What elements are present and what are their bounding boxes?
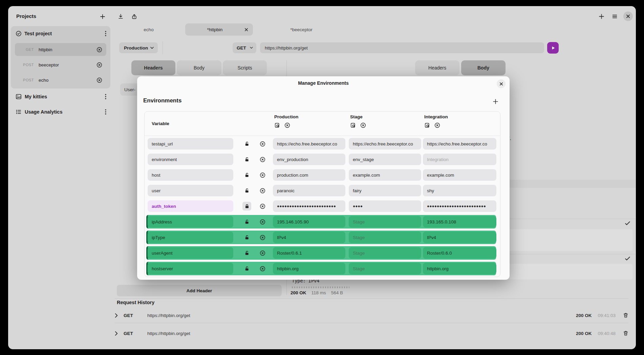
preview-environment-icon[interactable] — [350, 122, 356, 128]
lock-toggle-button[interactable] — [242, 233, 251, 242]
lock-toggle-button[interactable] — [242, 217, 251, 226]
stage-value-field[interactable]: example.com — [349, 169, 421, 181]
kebab-menu-icon[interactable] — [105, 94, 106, 99]
lock-toggle-button[interactable] — [242, 171, 251, 179]
lock-toggle-button[interactable] — [242, 249, 251, 257]
lock-toggle-button[interactable] — [242, 186, 251, 195]
chevron-right-icon[interactable] — [114, 331, 118, 336]
new-request-button[interactable] — [597, 12, 606, 21]
delete-environment-icon[interactable] — [434, 122, 440, 128]
window-close-button[interactable] — [623, 12, 633, 21]
stage-value-field[interactable]: fairy — [349, 185, 421, 196]
import-button[interactable] — [116, 12, 125, 21]
stage-value-field[interactable]: https://echo.free.beeceptor.co — [349, 138, 421, 150]
integration-value-field[interactable]: Roster/0.6.0 — [423, 247, 496, 259]
variable-name-field[interactable]: hostserver — [148, 263, 233, 274]
history-row[interactable]: GEThttps://httpbin.org/get200 OK09:40:48 — [114, 326, 628, 341]
stage-value-field[interactable]: Stage — [349, 247, 421, 259]
sidebar-item-echo[interactable]: POSTecho — [15, 74, 106, 86]
variable-name-field[interactable]: testapi_url — [148, 138, 233, 150]
production-value-field[interactable]: https://echo.free.beeceptor.co — [273, 138, 345, 150]
tab-headers[interactable]: Headers — [131, 60, 175, 75]
add-header-button[interactable]: Add Header — [117, 285, 282, 296]
delete-environment-icon[interactable] — [284, 122, 290, 128]
environment-selector[interactable]: Production — [119, 42, 158, 53]
history-row[interactable]: GEThttps://httpbin.org/get200 OK09:41:03 — [114, 308, 628, 323]
delete-variable-button[interactable] — [258, 233, 267, 242]
preview-environment-icon[interactable] — [274, 122, 280, 128]
delete-variable-button[interactable] — [258, 155, 267, 164]
sidebar-item-httpbin[interactable]: GEThttpbin — [15, 43, 106, 56]
sidebar-item-test-project[interactable]: Test project — [11, 26, 110, 41]
production-value-field[interactable]: IPv4 — [273, 232, 345, 243]
tab-beeceptor[interactable]: *beeceptor — [281, 23, 322, 36]
stage-value-field[interactable]: ●●●● — [349, 200, 421, 212]
production-value-field[interactable]: paranoic — [273, 185, 345, 196]
production-value-field[interactable]: ●●●●●●●●●●●●●●●●●●●●●●●● — [273, 200, 345, 212]
integration-value-field[interactable]: IPv4 — [423, 232, 496, 243]
delete-history-button[interactable] — [623, 331, 628, 336]
variable-name-field[interactable]: ipType — [148, 232, 233, 243]
close-icon[interactable] — [244, 28, 248, 32]
delete-variable-button[interactable] — [258, 202, 267, 211]
delete-history-button[interactable] — [623, 313, 628, 318]
delete-variable-button[interactable] — [258, 217, 267, 226]
integration-value-field[interactable]: example.com — [423, 169, 496, 181]
url-input[interactable]: https://httpbin.org/get — [260, 42, 544, 53]
variable-name-field[interactable]: ipAddress — [148, 216, 233, 228]
variable-name-field[interactable]: environment — [148, 154, 233, 165]
close-circle-icon[interactable] — [96, 77, 102, 83]
add-environment-button[interactable] — [491, 97, 499, 105]
integration-value-field[interactable]: httpbin.org — [423, 263, 496, 274]
tab-echo[interactable]: echo — [135, 23, 162, 36]
delete-variable-button[interactable] — [258, 249, 267, 257]
tab-body[interactable]: Body — [177, 60, 221, 75]
add-project-button[interactable] — [98, 12, 107, 21]
send-request-button[interactable] — [547, 42, 559, 54]
chevron-right-icon[interactable] — [114, 313, 118, 318]
delete-variable-button[interactable] — [258, 264, 267, 273]
lock-toggle-button[interactable] — [242, 155, 251, 164]
variable-name-field[interactable]: user — [148, 185, 233, 196]
integration-value-field[interactable]: Integration — [423, 154, 496, 165]
production-value-field[interactable]: httpbin.org — [273, 263, 345, 274]
delete-variable-button[interactable] — [258, 171, 267, 179]
kebab-menu-icon[interactable] — [105, 109, 106, 115]
stage-value-field[interactable]: Stage — [349, 263, 421, 274]
stage-value-field[interactable]: env_stage — [349, 154, 421, 165]
kebab-menu-icon[interactable] — [105, 31, 106, 36]
production-value-field[interactable]: 195.146.105.90 — [273, 216, 345, 228]
variable-name-field[interactable]: host — [148, 169, 233, 181]
sidebar-item-usage-analytics[interactable]: Usage Analytics — [11, 106, 110, 118]
lock-toggle-button[interactable] — [242, 202, 251, 211]
integration-value-field[interactable]: https://echo.free.beeceptor.co — [423, 138, 496, 150]
export-button[interactable] — [130, 12, 138, 21]
production-value-field[interactable]: env_production — [273, 154, 345, 165]
integration-value-field[interactable]: ●●●●●●●●●●●●●●●●●●●●●●●● — [423, 200, 496, 212]
tab-httpbin[interactable]: *httpbin — [185, 23, 253, 36]
lock-toggle-button[interactable] — [242, 139, 251, 148]
stage-value-field[interactable]: Stage — [349, 216, 421, 228]
app-menu-button[interactable] — [610, 12, 619, 21]
sidebar-item-beeceptor[interactable]: POSTbeeceptor — [15, 58, 106, 71]
integration-value-field[interactable]: 193.165.0.108 — [423, 216, 496, 228]
delete-environment-icon[interactable] — [360, 122, 366, 128]
production-value-field[interactable]: production.com — [273, 169, 345, 181]
tab-headers[interactable]: Headers — [415, 60, 459, 75]
preview-environment-icon[interactable] — [424, 122, 430, 128]
stage-value-field[interactable]: Stage — [349, 232, 421, 243]
delete-variable-button[interactable] — [258, 139, 267, 148]
method-selector[interactable]: GET — [233, 42, 256, 53]
close-circle-icon[interactable] — [96, 47, 102, 53]
variable-name-field[interactable]: userAgent — [148, 247, 233, 259]
integration-value-field[interactable]: shy — [423, 185, 496, 196]
modal-close-button[interactable] — [497, 79, 506, 88]
tab-scripts[interactable]: Scripts — [223, 60, 267, 75]
delete-variable-button[interactable] — [258, 186, 267, 195]
close-circle-icon[interactable] — [96, 62, 102, 68]
variable-name-field[interactable]: auth_token — [148, 200, 233, 212]
sidebar-item-my-kitties[interactable]: My kitties — [11, 91, 110, 103]
tab-body[interactable]: Body — [461, 60, 506, 75]
production-value-field[interactable]: Roster/0.6.1 — [273, 247, 345, 259]
lock-toggle-button[interactable] — [242, 264, 251, 273]
